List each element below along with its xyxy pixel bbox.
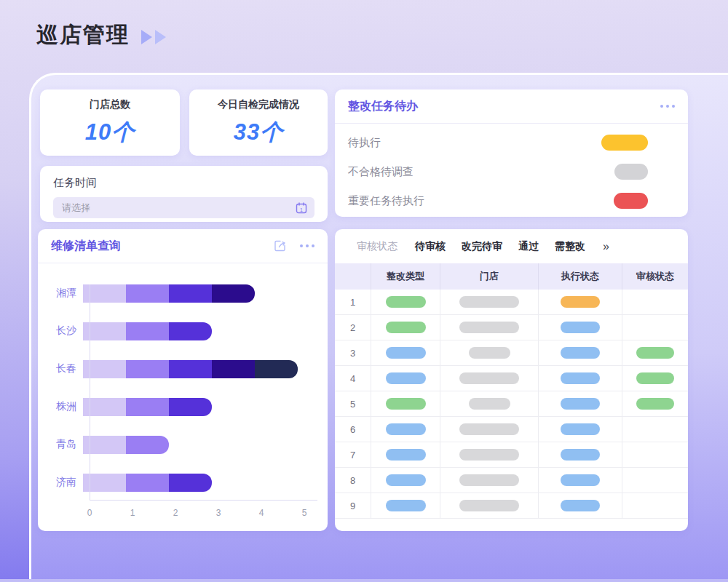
table-cell (539, 468, 622, 493)
chart-bar-segment (169, 322, 212, 340)
chart-bar-row: 株洲 (47, 388, 320, 426)
tabs-more-chevron[interactable]: » (603, 240, 609, 253)
chart-y-axis-line (90, 284, 90, 501)
todo-item-label: 重要任务待执行 (348, 194, 424, 208)
rectify-type-pill (386, 500, 426, 511)
chart-bar-segment (126, 322, 169, 340)
row-number: 9 (350, 501, 355, 511)
chart-category-label: 长春 (47, 362, 83, 375)
store-pill (469, 398, 510, 410)
task-time-label: 任务时间 (53, 176, 314, 190)
table-cell: 2 (335, 315, 371, 340)
chart-bar-row: 青岛 (47, 426, 320, 463)
tab-通过[interactable]: 通过 (518, 240, 539, 253)
play-icons (141, 30, 166, 44)
table-cell: 5 (335, 391, 371, 416)
table-cell (371, 340, 440, 365)
stat-label: 今日自检完成情况 (218, 98, 299, 111)
table-row[interactable]: 2 (335, 315, 688, 340)
calendar-icon[interactable]: 1 (296, 202, 307, 214)
rectify-type-pill (386, 372, 426, 384)
todo-item[interactable]: 重要任务待执行 (335, 186, 688, 215)
chart-category-label: 济南 (47, 476, 83, 489)
table-cell (622, 468, 688, 493)
table-row[interactable]: 9 (335, 493, 688, 519)
rectify-type-pill (386, 474, 426, 486)
chart-bar-segment (126, 360, 169, 378)
svg-text:1: 1 (300, 207, 303, 212)
table-row[interactable]: 7 (335, 442, 688, 468)
row-number: 5 (350, 399, 355, 410)
todo-item[interactable]: 待执行 (335, 128, 688, 157)
chart-bar-track (83, 284, 320, 303)
todo-card: 整改任务待办 待执行不合格待调查重要任务待执行 (335, 89, 688, 217)
todo-item[interactable]: 不合格待调查 (335, 157, 688, 186)
todo-item-label: 待执行 (348, 136, 381, 150)
chart-bar-row: 长春 (47, 350, 320, 388)
page-title: 巡店管理 (36, 20, 130, 50)
chart-category-label: 青岛 (47, 438, 83, 451)
table-cell: 6 (335, 417, 371, 442)
review-status-tabs: 审核状态 待审核改完待审通过需整改 » (335, 229, 688, 263)
table-row[interactable]: 6 (335, 417, 688, 442)
chart-bar-segment (126, 284, 169, 303)
tab-改完待审[interactable]: 改完待审 (462, 240, 502, 253)
page-header: 巡店管理 (36, 20, 166, 50)
repair-card-header: 维修清单查询 (38, 229, 328, 263)
table-cell (622, 366, 688, 391)
repair-card-title: 维修清单查询 (51, 239, 121, 254)
chart-bar-segment (169, 284, 212, 303)
exec-status-pill (561, 347, 600, 359)
play-icon (155, 30, 166, 44)
table-cell (371, 315, 440, 340)
table-cell (371, 468, 440, 493)
table-column-header: 执行状态 (539, 263, 622, 290)
table-row[interactable]: 8 (335, 468, 688, 493)
table-cell (440, 340, 539, 365)
more-ellipsis-icon[interactable] (660, 105, 675, 108)
chart-bar-segment (212, 360, 255, 378)
table-column-header: 整改类型 (371, 263, 440, 290)
chart-bar-segment (169, 360, 212, 378)
tab-需整改[interactable]: 需整改 (555, 240, 585, 253)
stat-label: 门店总数 (90, 98, 130, 111)
chart-x-tick: 0 (87, 508, 92, 518)
chart-x-axis-line (90, 500, 317, 501)
review-table-card: 审核状态 待审核改完待审通过需整改 » 整改类型门店执行状态审核状态 12345… (335, 229, 688, 531)
table-cell (371, 290, 440, 314)
tab-待审核[interactable]: 待审核 (415, 240, 446, 253)
table-cell: 3 (335, 340, 371, 365)
store-pill (459, 322, 519, 333)
row-number: 7 (350, 450, 355, 461)
table-row[interactable]: 1 (335, 290, 688, 315)
chart-bar-segment (126, 398, 169, 416)
table-cell: 8 (335, 468, 371, 493)
table-cell (371, 366, 440, 391)
todo-item-label: 不合格待调查 (348, 165, 414, 179)
table-cell (440, 366, 539, 391)
table-header-row: 整改类型门店执行状态审核状态 (335, 263, 688, 290)
store-pill (459, 423, 519, 435)
exec-status-pill (561, 449, 600, 461)
store-pill (459, 500, 519, 511)
task-time-input[interactable]: 请选择 1 (53, 197, 314, 218)
review-status-pill (636, 347, 674, 359)
export-icon[interactable] (274, 239, 287, 252)
more-ellipsis-icon[interactable] (300, 244, 314, 247)
table-cell (622, 493, 688, 518)
chart-bar-segment (169, 474, 212, 492)
table-cell (440, 468, 539, 493)
chart-x-tick: 5 (302, 508, 307, 518)
table-row[interactable]: 3 (335, 340, 688, 366)
chart-bar-track (83, 322, 320, 340)
store-pill (469, 347, 510, 359)
chart-category-label: 株洲 (47, 400, 83, 413)
repair-bar-chart: 湘潭长沙长春株洲青岛济南 012345 (47, 274, 320, 524)
rectify-type-pill (386, 449, 426, 461)
table-cell (440, 417, 539, 442)
stat-card-store-total: 门店总数 10个 (40, 89, 180, 156)
table-cell (371, 391, 440, 416)
table-row[interactable]: 4 (335, 366, 688, 391)
table-row[interactable]: 5 (335, 391, 688, 417)
table-column-header (335, 263, 371, 290)
